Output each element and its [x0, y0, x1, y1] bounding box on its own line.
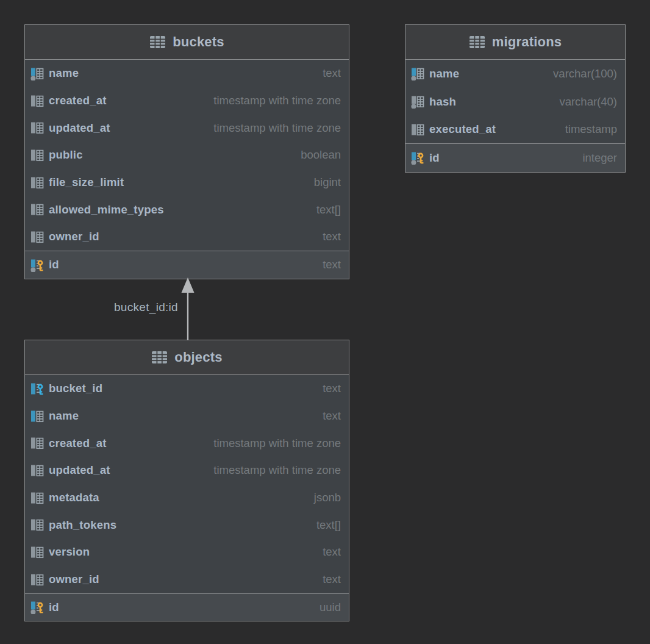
column-type: text — [314, 573, 341, 586]
column-type: bigint — [305, 176, 341, 189]
column-row-id[interactable]: idtext — [25, 251, 349, 279]
column-icon — [30, 94, 44, 108]
column-type: text — [314, 66, 341, 80]
column-type: integer — [574, 151, 617, 165]
column-name: metadata — [49, 491, 99, 504]
table-node-migrations[interactable]: migrations namevarchar(100) hashvarchar(… — [405, 24, 626, 173]
column-row-name[interactable]: namevarchar(100) — [405, 60, 625, 88]
column-icon — [30, 518, 44, 532]
column-name: created_at — [49, 94, 107, 107]
column-icon — [30, 463, 44, 478]
column-name: allowed_mime_types — [49, 203, 164, 216]
column-type: text — [314, 258, 341, 271]
column-row-owner_id[interactable]: owner_idtext — [25, 223, 349, 251]
column-row-id[interactable]: iduuid — [25, 594, 349, 621]
diagram-canvas: { "diagram": { "kind": "database-entity-… — [0, 0, 650, 644]
column-name: id — [429, 151, 440, 165]
foreign-key-icon — [30, 382, 44, 396]
column-name: owner_id — [49, 573, 99, 586]
foreign-key-edge-label: bucket_id:id — [85, 301, 178, 314]
column-icon — [30, 121, 44, 135]
column-type: text[] — [308, 518, 341, 532]
column-name: public — [49, 148, 83, 162]
table-node-buckets[interactable]: buckets nametext created_attimestamp wit… — [24, 24, 349, 279]
column-type: uuid — [311, 601, 341, 614]
column-row-public[interactable]: publicboolean — [25, 141, 349, 169]
column-name: name — [49, 409, 79, 423]
table-columns: nametext created_attimestamp with time z… — [25, 60, 349, 251]
column-row-path_tokens[interactable]: path_tokenstext[] — [25, 511, 349, 538]
column-row-created_at[interactable]: created_attimestamp with time zone — [25, 429, 349, 457]
column-row-owner_id[interactable]: owner_idtext — [25, 566, 349, 593]
column-row-executed_at[interactable]: executed_attimestamp — [405, 115, 625, 143]
column-name: name — [429, 67, 459, 80]
column-row-metadata[interactable]: metadatajsonb — [25, 484, 349, 512]
column-name: name — [49, 66, 79, 80]
primary-key-icon — [410, 151, 424, 165]
column-type: text — [314, 230, 341, 243]
column-type: timestamp with time zone — [205, 437, 341, 450]
column-row-updated_at[interactable]: updated_attimestamp with time zone — [25, 457, 349, 484]
column-type: timestamp with time zone — [205, 463, 341, 477]
column-row-updated_at[interactable]: updated_attimestamp with time zone — [25, 114, 349, 141]
primary-key-icon — [30, 258, 44, 272]
column-row-allowed_mime_types[interactable]: allowed_mime_typestext[] — [25, 196, 349, 223]
column-row-hash[interactable]: hashvarchar(40) — [405, 88, 625, 116]
column-name: id — [49, 601, 59, 614]
column-icon — [30, 409, 44, 423]
column-icon — [30, 66, 44, 80]
column-icon — [30, 491, 44, 505]
column-name: version — [49, 545, 90, 559]
column-row-file_size_limit[interactable]: file_size_limitbigint — [25, 169, 349, 196]
column-icon — [30, 202, 44, 216]
column-icon — [30, 436, 44, 450]
column-name: bucket_id — [49, 382, 102, 395]
table-header[interactable]: objects — [25, 340, 349, 375]
table-primary-key-section: idtext — [25, 251, 349, 279]
column-type: text[] — [308, 203, 341, 216]
column-type: varchar(100) — [545, 67, 617, 80]
column-name: created_at — [49, 437, 107, 450]
column-icon — [410, 95, 424, 109]
column-type: text — [314, 545, 341, 559]
column-type: timestamp — [557, 123, 617, 136]
column-type: boolean — [292, 148, 341, 162]
table-header[interactable]: migrations — [405, 25, 625, 60]
column-icon — [30, 573, 44, 587]
column-name: id — [49, 258, 59, 271]
column-name: path_tokens — [49, 518, 116, 532]
column-icon — [30, 176, 44, 190]
column-row-name[interactable]: nametext — [25, 402, 349, 430]
column-row-bucket_id[interactable]: bucket_idtext — [25, 375, 349, 402]
column-name: executed_at — [429, 123, 496, 136]
column-row-version[interactable]: versiontext — [25, 538, 349, 566]
column-type: timestamp with time zone — [205, 94, 341, 107]
column-icon — [30, 545, 44, 559]
column-type: jsonb — [305, 491, 341, 504]
column-name: updated_at — [49, 121, 110, 135]
table-icon — [151, 350, 168, 365]
column-icon — [30, 148, 44, 162]
column-name: hash — [429, 95, 456, 109]
table-title: buckets — [173, 34, 224, 50]
column-name: file_size_limit — [49, 176, 124, 189]
foreign-key-edge-arrow[interactable] — [180, 277, 196, 341]
table-icon — [469, 35, 485, 49]
table-title: objects — [174, 349, 222, 365]
table-node-objects[interactable]: objects bucket_idtext nametext created_a… — [24, 340, 349, 621]
table-columns: namevarchar(100) hashvarchar(40) execute… — [405, 60, 625, 143]
table-primary-key-section: iduuid — [25, 593, 349, 621]
column-icon — [410, 66, 424, 80]
table-primary-key-section: idinteger — [405, 143, 625, 172]
table-header[interactable]: buckets — [25, 25, 349, 60]
column-row-created_at[interactable]: created_attimestamp with time zone — [25, 87, 349, 115]
column-row-name[interactable]: nametext — [25, 60, 349, 87]
column-icon — [30, 230, 44, 244]
column-name: updated_at — [49, 463, 110, 477]
table-columns: bucket_idtext nametext created_attimesta… — [25, 375, 349, 593]
primary-key-icon — [30, 600, 44, 614]
column-type: text — [314, 409, 341, 423]
column-icon — [410, 123, 424, 137]
column-type: timestamp with time zone — [205, 121, 341, 135]
column-row-id[interactable]: idinteger — [405, 144, 625, 172]
